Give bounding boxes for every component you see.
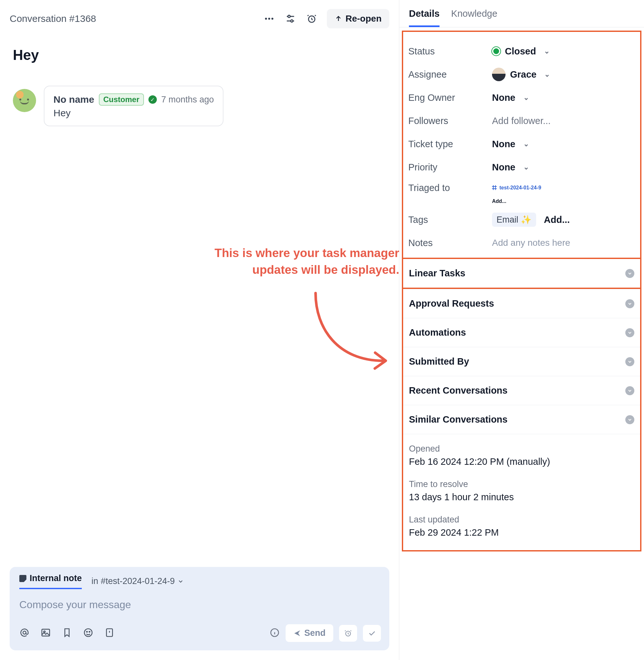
tab-details[interactable]: Details	[409, 8, 439, 27]
status-closed-icon	[492, 47, 500, 55]
details-highlight: Status Closed ⌄ Assignee Grace ⌄	[402, 30, 641, 551]
details-sidebar: Details Knowledge Status Closed ⌄ Assign…	[399, 0, 644, 660]
verified-icon: ✓	[148, 95, 157, 104]
send-icon	[293, 630, 301, 637]
updated-label: Last updated	[409, 515, 634, 525]
sliders-icon[interactable]	[284, 13, 297, 25]
template-icon[interactable]	[104, 628, 115, 639]
conversation-header: Conversation #1368 Re-open	[10, 0, 389, 34]
chevron-down-icon	[625, 328, 634, 337]
resolve-label: Time to resolve	[409, 479, 634, 489]
priority-row[interactable]: Priority None⌄	[408, 156, 635, 179]
ticket-type-row[interactable]: Ticket type None⌄	[408, 132, 635, 156]
svg-point-8	[23, 631, 26, 634]
svg-point-2	[272, 18, 273, 20]
meta-section: Opened Feb 16 2024 12:20 PM (manually) T…	[403, 434, 640, 538]
reopen-label: Re-open	[345, 14, 382, 24]
conversation-content: Hey No name Customer ✓ 7 months ago Hey	[10, 34, 389, 133]
svg-point-12	[87, 631, 88, 632]
emoji-icon[interactable]	[83, 628, 93, 639]
triaged-link[interactable]: ⌗ test-2024-01-24-9	[492, 183, 541, 192]
eng-owner-row[interactable]: Eng Owner None⌄	[408, 86, 635, 109]
compose-box: Internal note in #test-2024-01-24-9 Comp…	[10, 567, 389, 650]
followers-row[interactable]: Followers Add follower...	[408, 109, 635, 132]
resolve-value: 13 days 1 hour 2 minutes	[409, 492, 634, 502]
tags-row: Tags Email ✨ Add...	[408, 208, 635, 231]
section-recent-conversations[interactable]: Recent Conversations	[403, 376, 640, 405]
svg-point-1	[268, 18, 270, 20]
chevron-down-icon	[625, 357, 634, 366]
tags-add-button[interactable]: Add...	[544, 214, 570, 225]
svg-point-0	[265, 18, 267, 20]
svg-point-6	[291, 20, 293, 22]
bookmark-icon[interactable]	[62, 628, 72, 639]
chevron-down-icon: ⌄	[523, 93, 529, 102]
notes-row[interactable]: Notes Add any notes here	[408, 231, 635, 254]
chevron-down-icon: ⌄	[544, 47, 550, 55]
mention-icon[interactable]	[19, 628, 30, 639]
chevron-down-icon: ⌄	[544, 70, 550, 78]
conversation-pane: Conversation #1368 Re-open Hey	[0, 0, 399, 660]
compose-toolbar: Send	[10, 620, 389, 650]
chevron-down-icon: ⌄	[523, 140, 529, 148]
channel-selector[interactable]: in #test-2024-01-24-9	[91, 576, 184, 586]
message-row: No name Customer ✓ 7 months ago Hey	[13, 86, 389, 126]
chevron-down-icon	[625, 415, 634, 424]
sender-name: No name	[53, 94, 94, 105]
assignee-avatar	[492, 68, 506, 81]
send-button[interactable]: Send	[285, 624, 333, 642]
opened-value: Feb 16 2024 12:20 PM (manually)	[409, 456, 634, 467]
annotation-text: This is where your task manager updates …	[132, 245, 399, 278]
customer-badge: Customer	[99, 93, 144, 106]
section-submitted-by[interactable]: Submitted By	[403, 347, 640, 376]
snooze-icon[interactable]	[305, 13, 318, 25]
image-icon[interactable]	[41, 628, 51, 639]
info-icon[interactable]	[270, 628, 280, 639]
svg-point-11	[84, 629, 92, 636]
message-bubble: No name Customer ✓ 7 months ago Hey	[44, 86, 224, 126]
tag-email[interactable]: Email ✨	[492, 212, 536, 227]
reopen-button[interactable]: Re-open	[327, 9, 389, 28]
svg-point-5	[288, 15, 290, 17]
section-similar-conversations[interactable]: Similar Conversations	[403, 405, 640, 434]
chevron-down-icon	[625, 269, 634, 278]
message-timestamp: 7 months ago	[161, 95, 214, 105]
linear-tasks-highlight: Linear Tasks	[402, 258, 641, 289]
chevron-down-icon: ⌄	[523, 163, 529, 172]
chevron-down-icon	[625, 386, 634, 395]
section-automations[interactable]: Automations	[403, 318, 640, 347]
chevron-down-icon	[178, 578, 184, 585]
more-icon[interactable]	[263, 13, 275, 25]
chevron-down-icon	[625, 299, 634, 308]
note-icon	[19, 575, 26, 582]
svg-point-13	[89, 631, 90, 632]
conversation-title: Conversation #1368	[10, 13, 263, 24]
updated-value: Feb 29 2024 1:22 PM	[409, 527, 634, 538]
internal-note-tab[interactable]: Internal note	[19, 573, 82, 589]
triaged-add-button[interactable]: Add...	[492, 199, 506, 204]
assignee-row[interactable]: Assignee Grace ⌄	[408, 63, 635, 86]
slack-icon: ⌗	[492, 183, 497, 192]
section-approval-requests[interactable]: Approval Requests	[403, 289, 640, 318]
sidebar-tabs: Details Knowledge	[399, 0, 644, 27]
send-check-button[interactable]	[363, 625, 381, 642]
message-body: Hey	[53, 108, 214, 118]
conversation-subject: Hey	[13, 47, 389, 63]
notes-placeholder: Add any notes here	[492, 238, 570, 248]
customer-avatar	[13, 89, 36, 112]
annotation-arrow-icon	[309, 290, 399, 374]
section-linear-tasks[interactable]: Linear Tasks	[403, 259, 640, 288]
triaged-row: Triaged to ⌗ test-2024-01-24-9 Add...	[408, 179, 635, 208]
compose-input[interactable]: Compose your message	[10, 589, 389, 620]
send-snooze-button[interactable]	[339, 625, 357, 642]
tab-knowledge[interactable]: Knowledge	[451, 8, 498, 27]
status-row[interactable]: Status Closed ⌄	[408, 40, 635, 63]
opened-label: Opened	[409, 444, 634, 454]
